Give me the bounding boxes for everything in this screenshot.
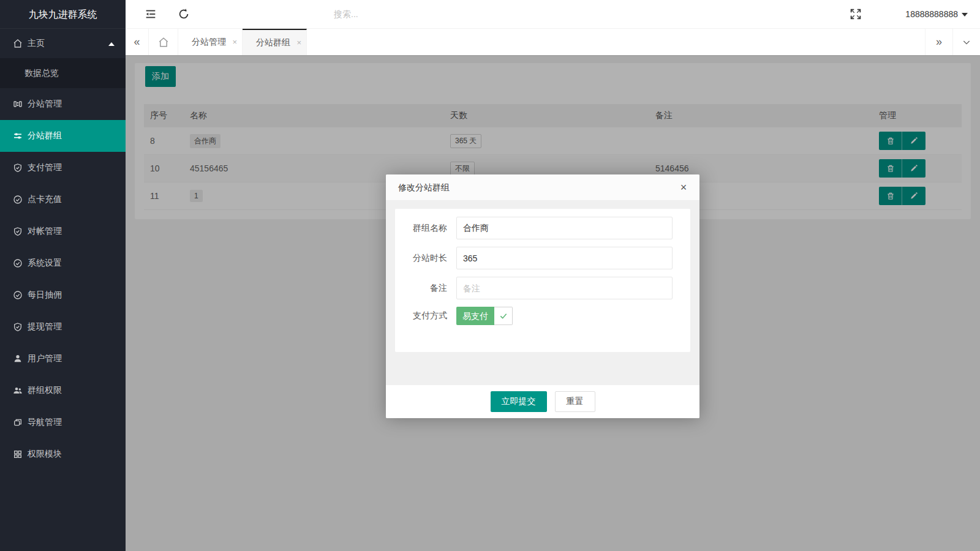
note-input[interactable] xyxy=(456,277,673,299)
tab-bar: « 分站管理 × 分站群组 × » xyxy=(126,29,980,55)
tab-label: 分站群组 xyxy=(256,37,290,47)
close-tab-icon[interactable]: × xyxy=(296,30,301,55)
circle-check-icon xyxy=(13,290,23,300)
tab-options-button[interactable] xyxy=(952,29,980,55)
duration-input[interactable] xyxy=(456,247,673,269)
sidebar-item-permission-module[interactable]: 权限模块 xyxy=(0,438,126,470)
navigation-icon xyxy=(13,418,23,427)
close-tab-icon[interactable]: × xyxy=(232,29,237,55)
search-input[interactable] xyxy=(334,5,530,23)
sidebar-item-withdrawal[interactable]: 提现管理 xyxy=(0,311,126,343)
submit-button[interactable]: 立即提交 xyxy=(491,391,547,412)
sidebar-item-reconcile[interactable]: 对帐管理 xyxy=(0,216,126,247)
sidebar-item-users[interactable]: 用户管理 xyxy=(0,343,126,375)
sidebar-item-card-recharge[interactable]: 点卡充值 xyxy=(0,184,126,216)
circle-check-icon xyxy=(13,258,23,268)
sidebar-item-site-manage[interactable]: 分站管理 xyxy=(0,88,126,120)
shield-check-icon xyxy=(13,163,23,173)
modules-grid-icon xyxy=(13,449,23,459)
user-phone: 18888888888 xyxy=(905,9,958,19)
group-name-label: 群组名称 xyxy=(395,223,456,234)
sidebar-item-system-settings[interactable]: 系统设置 xyxy=(0,247,126,279)
form-row-group-name: 群组名称 xyxy=(395,217,690,239)
sidebar-item-home[interactable]: 主页 xyxy=(0,29,126,58)
reset-button[interactable]: 重置 xyxy=(555,391,595,412)
tab-home[interactable] xyxy=(149,29,178,55)
tabs-scroll-left-button[interactable]: « xyxy=(126,29,149,55)
tab-site-manage[interactable]: 分站管理 × xyxy=(178,29,243,55)
home-icon xyxy=(13,39,23,48)
payment-checkbox[interactable]: 易支付 xyxy=(456,307,513,325)
form-row-payment: 支付方式 易支付 xyxy=(395,307,690,325)
sidebar-item-label: 提现管理 xyxy=(28,321,62,332)
note-label: 备注 xyxy=(395,283,456,294)
sidebar: 九块九进群系统 主页 数据总览 分站管理 分站群组 xyxy=(0,0,126,551)
payment-label: 支付方式 xyxy=(395,310,456,321)
form-row-note: 备注 xyxy=(395,277,690,299)
users-icon xyxy=(13,386,23,395)
shield-check-icon xyxy=(13,227,23,236)
sidebar-item-payment[interactable]: 支付管理 xyxy=(0,152,126,184)
tab-bar-right-controls: » xyxy=(925,29,980,55)
chevrons-right-icon: » xyxy=(936,36,942,48)
checkmark-icon xyxy=(494,307,513,325)
modal-title: 修改分站群组 xyxy=(386,174,699,201)
sidebar-item-label: 点卡充值 xyxy=(28,194,62,205)
sidebar-item-label: 分站群组 xyxy=(28,130,62,141)
modal-form: 群组名称 分站时长 备注 支付方式 易支付 xyxy=(395,209,690,352)
sidebar-item-group-permission[interactable]: 群组权限 xyxy=(0,375,126,407)
refresh-icon[interactable] xyxy=(177,7,192,22)
form-row-duration: 分站时长 xyxy=(395,247,690,269)
edit-site-group-modal: 修改分站群组 × 群组名称 分站时长 备注 支付方式 易支付 xyxy=(386,174,699,418)
sidebar-item-label: 主页 xyxy=(28,38,45,49)
sidebar-item-nav-manage[interactable]: 导航管理 xyxy=(0,407,126,438)
home-icon xyxy=(158,37,169,48)
sidebar-item-label: 分站管理 xyxy=(28,99,62,110)
user-icon xyxy=(13,354,23,364)
sidebar-item-label: 支付管理 xyxy=(28,162,62,173)
close-modal-icon[interactable]: × xyxy=(677,181,690,194)
sidebar-item-label: 群组权限 xyxy=(28,385,62,396)
modal-footer: 立即提交 重置 xyxy=(386,384,699,418)
search-box xyxy=(334,5,530,23)
collapse-sidebar-icon[interactable] xyxy=(144,7,159,22)
site-icon xyxy=(13,99,23,109)
sidebar-item-daily-commission[interactable]: 每日抽佣 xyxy=(0,279,126,311)
duration-label: 分站时长 xyxy=(395,253,456,264)
group-name-input[interactable] xyxy=(456,217,673,239)
top-header: 18888888888 xyxy=(126,0,980,29)
payment-option-label: 易支付 xyxy=(456,307,494,325)
caret-down-icon xyxy=(962,13,968,17)
sidebar-item-site-group[interactable]: 分站群组 xyxy=(0,120,126,152)
page: 九块九进群系统 主页 数据总览 分站管理 分站群组 xyxy=(0,0,980,551)
sidebar-item-label: 数据总览 xyxy=(24,68,59,78)
fullscreen-icon[interactable] xyxy=(849,7,864,22)
tab-site-group[interactable]: 分站群组 × xyxy=(243,29,307,55)
sidebar-item-label: 对帐管理 xyxy=(28,226,62,237)
sliders-icon xyxy=(13,131,23,141)
app-title: 九块九进群系统 xyxy=(0,0,126,29)
caret-up-icon xyxy=(108,42,115,46)
tabs-scroll-right-button[interactable]: » xyxy=(925,29,952,55)
sidebar-item-label: 用户管理 xyxy=(28,353,62,364)
sidebar-item-data-overview[interactable]: 数据总览 xyxy=(0,58,126,88)
chevron-down-icon xyxy=(962,37,971,47)
chevrons-left-icon: « xyxy=(134,36,140,48)
circle-check-icon xyxy=(13,195,23,204)
shield-check-icon xyxy=(13,322,23,332)
user-menu[interactable]: 18888888888 xyxy=(905,0,968,29)
sidebar-item-label: 权限模块 xyxy=(28,449,62,460)
sidebar-item-label: 每日抽佣 xyxy=(28,290,62,301)
sidebar-item-label: 系统设置 xyxy=(28,258,62,269)
sidebar-item-label: 导航管理 xyxy=(28,417,62,428)
tab-label: 分站管理 xyxy=(192,37,226,47)
